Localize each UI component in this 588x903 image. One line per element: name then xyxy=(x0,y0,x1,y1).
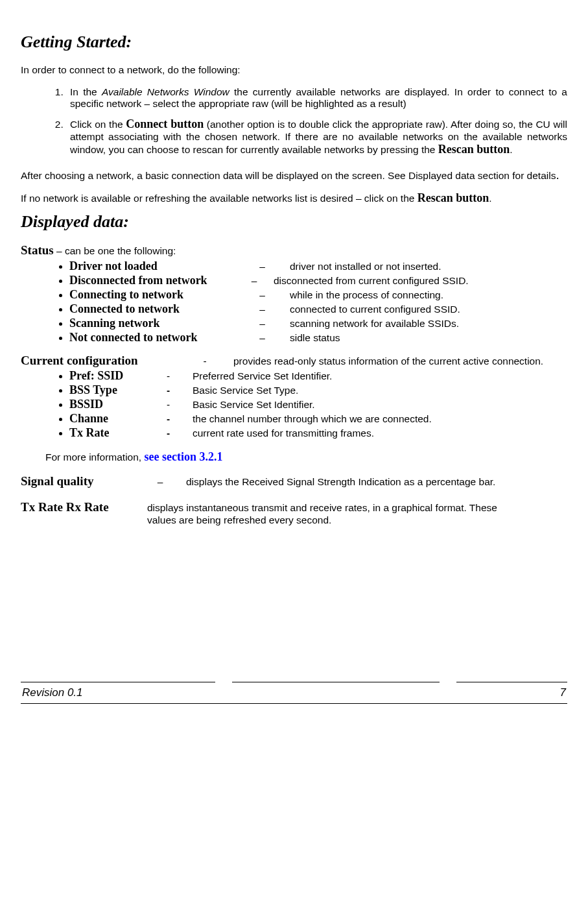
revision-label: Revision 0.1 xyxy=(22,686,83,699)
dash: - xyxy=(144,427,193,439)
cfg-desc: current rate used for transmitting frame… xyxy=(193,427,567,439)
step-2: Click on the Connect button (another opt… xyxy=(66,117,567,156)
config-item: BSSID-Basic Service Set Identifier. xyxy=(69,398,567,411)
dash: – xyxy=(134,476,186,488)
dash: – xyxy=(235,304,290,315)
cfg-term: Pref: SSID xyxy=(69,369,144,383)
after1-text: After choosing a network, a basic connec… xyxy=(21,170,556,181)
cfg-desc: Basic Service Set Identifier. xyxy=(193,399,567,411)
current-config-intro: Current configuration - provides read-on… xyxy=(21,354,567,368)
status-item: Scanning network–scanning network for av… xyxy=(69,317,567,330)
status-desc: driver not installed or not inserted. xyxy=(290,261,567,272)
footer-line: Revision 0.1 7 xyxy=(21,685,567,701)
after2-a: If no network is available or refreshing… xyxy=(21,193,417,204)
after1-dot: . xyxy=(556,168,559,182)
footer: Revision 0.1 7 xyxy=(21,682,567,704)
cfg-desc: the channel number through which we are … xyxy=(193,413,567,425)
dash: – xyxy=(235,289,290,301)
current-config-desc: provides read-only status information of… xyxy=(233,355,567,367)
footer-rule-bottom xyxy=(21,703,567,704)
cfg-term: Tx Rate xyxy=(69,426,144,440)
dash: - xyxy=(144,413,193,425)
status-desc: scanning network for available SSIDs. xyxy=(290,318,567,330)
status-term: Not connected to network xyxy=(69,331,235,344)
status-term: Scanning network xyxy=(69,317,235,330)
step1-text-a: In the xyxy=(70,86,102,97)
rule-segment xyxy=(21,682,215,682)
step2-text-e: . xyxy=(510,144,512,155)
dash: – xyxy=(235,332,290,344)
dash: – xyxy=(235,261,290,272)
section-link[interactable]: see section 3.2.1 xyxy=(144,450,222,463)
signal-quality-label: Signal quality xyxy=(21,474,134,488)
more-info-text: For more information, xyxy=(45,451,144,463)
step2-text-a: Click on the xyxy=(70,119,126,130)
status-list: Driver not loaded–driver not installed o… xyxy=(21,259,567,344)
status-item: Driver not loaded–driver not installed o… xyxy=(69,259,567,273)
footer-rule-top xyxy=(21,682,567,682)
more-info: For more information, see section 3.2.1 xyxy=(45,450,567,464)
status-term: Driver not loaded xyxy=(69,259,235,273)
status-intro: Status – can be one the following: xyxy=(21,243,567,258)
cfg-term: BSS Type xyxy=(69,383,144,397)
status-item: Not connected to network–sidle status xyxy=(69,331,567,344)
current-config-label: Current configuration xyxy=(21,354,176,368)
dash: - xyxy=(144,385,193,396)
status-item: Disconnected from network–disconnected f… xyxy=(69,274,567,287)
status-item: Connected to network–connected to curren… xyxy=(69,302,567,316)
cfg-term: BSSID xyxy=(69,398,144,411)
rescan-button-ref-2: Rescan button xyxy=(417,191,489,204)
status-intro-text: – can be one the following: xyxy=(54,245,176,256)
tx-rx-label: Tx Rate Rx Rate xyxy=(21,500,147,514)
rule-segment xyxy=(456,682,567,682)
after2-c: . xyxy=(489,193,491,204)
config-item: Pref: SSID-Preferred Service Set Identif… xyxy=(69,369,567,383)
status-desc: while in the process of connecting. xyxy=(290,289,567,301)
step1-inline-italic: Available Networks Window xyxy=(102,86,229,97)
status-term: Connecting to network xyxy=(69,288,235,302)
tx-rx-desc-1: displays instantaneous transmit and rece… xyxy=(147,502,567,514)
heading-displayed-data: Displayed data: xyxy=(21,212,567,232)
config-item: BSS Type-Basic Service Set Type. xyxy=(69,383,567,397)
intro-text: In order to connect to a network, do the… xyxy=(21,64,567,77)
cfg-desc: Preferred Service Set Identifier. xyxy=(193,370,567,382)
dash: – xyxy=(235,275,274,287)
dash: - xyxy=(176,355,233,367)
config-item: Channe-the channel number through which … xyxy=(69,412,567,426)
signal-quality-row: Signal quality – displays the Received S… xyxy=(21,474,567,488)
dash: - xyxy=(144,399,193,411)
heading-getting-started: Getting Started: xyxy=(21,32,567,52)
status-label: Status xyxy=(21,243,54,257)
after-step-text-2: If no network is available or refreshing… xyxy=(21,190,567,206)
status-desc: disconnected from current configured SSI… xyxy=(274,275,567,287)
step-1: In the Available Networks Window the cur… xyxy=(66,86,567,110)
dash: - xyxy=(144,370,193,382)
status-term: Connected to network xyxy=(69,302,235,316)
status-item: Connecting to network– while in the proc… xyxy=(69,288,567,302)
after-step-text-1: After choosing a network, a basic connec… xyxy=(21,167,567,184)
dash: – xyxy=(235,318,290,330)
steps-list: In the Available Networks Window the cur… xyxy=(21,86,567,156)
cfg-term: Channe xyxy=(69,412,144,426)
connect-button-ref: Connect button xyxy=(126,117,204,130)
rescan-button-ref-1: Rescan button xyxy=(438,143,510,156)
cfg-desc: Basic Service Set Type. xyxy=(193,385,567,396)
status-term: Disconnected from network xyxy=(69,274,235,287)
tx-rx-row: Tx Rate Rx Rate displays instantaneous t… xyxy=(21,500,567,514)
status-desc: sidle status xyxy=(290,332,567,344)
rule-segment xyxy=(232,682,440,682)
signal-quality-desc: displays the Received Signal Strength In… xyxy=(186,476,567,488)
tx-rx-desc-2: values are being refreshed every second. xyxy=(147,514,567,526)
status-desc: connected to current configured SSID. xyxy=(290,304,567,315)
config-list: Pref: SSID-Preferred Service Set Identif… xyxy=(21,369,567,440)
config-item: Tx Rate-current rate used for transmitti… xyxy=(69,426,567,440)
page-number: 7 xyxy=(560,686,566,699)
